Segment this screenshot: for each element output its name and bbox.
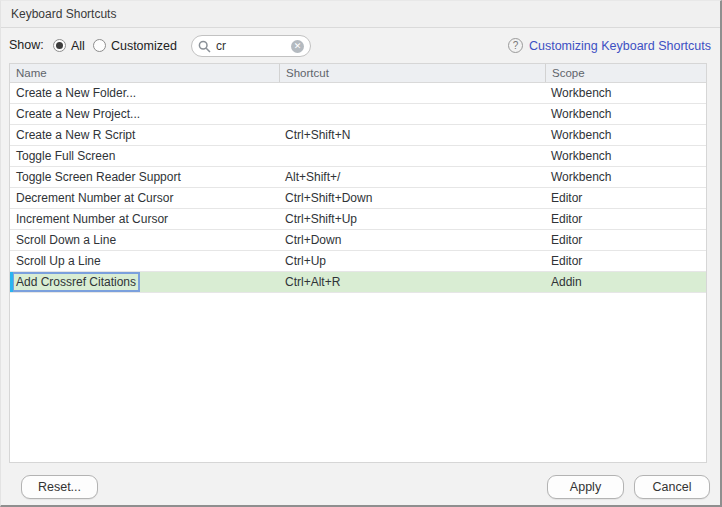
column-header-name[interactable]: Name <box>10 64 279 82</box>
cell-scope[interactable]: Workbench <box>545 146 706 166</box>
radio-all-label: All <box>71 39 85 53</box>
table-row[interactable]: Toggle Screen Reader Support Alt+Shift+/… <box>10 167 706 188</box>
cell-scope[interactable]: Editor <box>545 188 706 208</box>
table-header: Name Shortcut Scope <box>10 64 706 83</box>
shortcuts-table: Name Shortcut Scope Create a New Folder.… <box>9 63 707 463</box>
table-row[interactable]: Create a New R Script Ctrl+Shift+N Workb… <box>10 125 706 146</box>
keyboard-shortcuts-dialog: Keyboard Shortcuts Show: All Customized … <box>0 0 722 507</box>
help-area: ? Customizing Keyboard Shortcuts <box>508 28 711 63</box>
radio-selected-icon <box>53 39 66 52</box>
cell-name[interactable]: Toggle Screen Reader Support <box>10 167 279 187</box>
column-header-shortcut[interactable]: Shortcut <box>279 64 545 82</box>
radio-unselected-icon <box>93 39 106 52</box>
table-row[interactable]: Scroll Down a Line Ctrl+Down Editor <box>10 230 706 251</box>
cell-scope[interactable]: Workbench <box>545 104 706 124</box>
cell-shortcut[interactable]: Ctrl+Up <box>279 251 545 271</box>
cell-scope[interactable]: Workbench <box>545 167 706 187</box>
apply-button[interactable]: Apply <box>547 475 624 499</box>
cell-scope[interactable]: Editor <box>545 230 706 250</box>
column-header-scope[interactable]: Scope <box>545 64 706 82</box>
table-row[interactable]: Add Crossref Citations Ctrl+Alt+R Addin <box>10 272 706 293</box>
cell-name[interactable]: Increment Number at Cursor <box>10 209 279 229</box>
dialog-title: Keyboard Shortcuts <box>11 7 116 21</box>
table-row[interactable]: Create a New Folder... Workbench <box>10 83 706 104</box>
search-input[interactable] <box>216 39 291 53</box>
search-icon <box>198 40 211 53</box>
shortcut-search-box: ✕ <box>191 35 311 57</box>
cell-shortcut[interactable]: Ctrl+Shift+Up <box>279 209 545 229</box>
cell-shortcut[interactable]: Ctrl+Down <box>279 230 545 250</box>
table-row[interactable]: Create a New Project... Workbench <box>10 104 706 125</box>
table-row[interactable]: Scroll Up a Line Ctrl+Up Editor <box>10 251 706 272</box>
cell-scope[interactable]: Editor <box>545 209 706 229</box>
cell-name[interactable]: Toggle Full Screen <box>10 146 279 166</box>
filter-toolbar: Show: All Customized ✕ ? Customizing Key… <box>1 28 720 63</box>
cell-shortcut[interactable]: Ctrl+Shift+N <box>279 125 545 145</box>
table-row[interactable]: Decrement Number at Cursor Ctrl+Shift+Do… <box>10 188 706 209</box>
cell-shortcut[interactable]: Alt+Shift+/ <box>279 167 545 187</box>
cell-shortcut[interactable]: Ctrl+Alt+R <box>279 272 545 292</box>
cell-shortcut[interactable] <box>279 146 545 166</box>
cell-scope[interactable]: Editor <box>545 251 706 271</box>
cell-shortcut[interactable] <box>279 83 545 103</box>
table-row[interactable]: Toggle Full Screen Workbench <box>10 146 706 167</box>
cell-name[interactable]: Decrement Number at Cursor <box>10 188 279 208</box>
cell-scope[interactable]: Workbench <box>545 83 706 103</box>
cell-shortcut[interactable]: Ctrl+Shift+Down <box>279 188 545 208</box>
dialog-titlebar[interactable]: Keyboard Shortcuts <box>1 1 720 28</box>
radio-customized[interactable]: Customized <box>93 39 177 53</box>
table-body: Create a New Folder... Workbench Create … <box>10 83 706 293</box>
cell-scope[interactable]: Workbench <box>545 125 706 145</box>
cell-shortcut[interactable] <box>279 104 545 124</box>
show-radio-group: All Customized <box>53 28 177 63</box>
clear-search-icon[interactable]: ✕ <box>291 40 304 53</box>
help-circle-icon[interactable]: ? <box>508 38 523 53</box>
cell-name[interactable]: Create a New Folder... <box>10 83 279 103</box>
customizing-shortcuts-link[interactable]: Customizing Keyboard Shortcuts <box>529 39 711 53</box>
cancel-button[interactable]: Cancel <box>634 475 710 499</box>
cell-name[interactable]: Add Crossref Citations <box>10 272 279 292</box>
cell-name[interactable]: Create a New Project... <box>10 104 279 124</box>
radio-all[interactable]: All <box>53 39 85 53</box>
cell-name[interactable]: Scroll Up a Line <box>10 251 279 271</box>
radio-customized-label: Customized <box>111 39 177 53</box>
show-label: Show: <box>9 28 44 63</box>
cell-scope[interactable]: Addin <box>545 272 706 292</box>
table-row[interactable]: Increment Number at Cursor Ctrl+Shift+Up… <box>10 209 706 230</box>
cell-name[interactable]: Create a New R Script <box>10 125 279 145</box>
cell-name[interactable]: Scroll Down a Line <box>10 230 279 250</box>
reset-button[interactable]: Reset... <box>21 475 98 499</box>
